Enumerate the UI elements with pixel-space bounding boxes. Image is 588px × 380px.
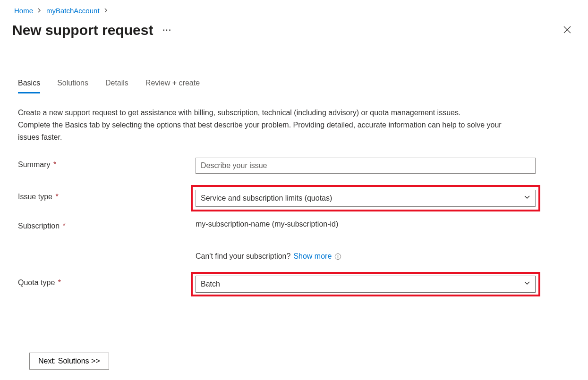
breadcrumb-account[interactable]: myBatchAccount: [46, 7, 100, 15]
quota-type-highlight: Batch: [191, 272, 540, 296]
breadcrumb-home[interactable]: Home: [14, 7, 33, 15]
quota-type-select[interactable]: Batch: [196, 276, 536, 293]
breadcrumb: Home myBatchAccount: [0, 0, 588, 18]
subscription-help-text: Can't find your subscription?: [196, 252, 290, 261]
issue-type-label: Issue type *: [18, 185, 196, 201]
tabs: Basics Solutions Details Review + create: [0, 38, 588, 93]
issue-type-highlight: Service and subscription limits (quotas): [191, 185, 540, 211]
quota-type-row: Quota type * Batch: [18, 272, 570, 296]
svg-rect-2: [338, 256, 338, 258]
summary-row: Summary *: [18, 158, 570, 174]
chevron-down-icon: [524, 280, 530, 288]
description-line1: Create a new support request to get assi…: [18, 109, 460, 117]
close-icon[interactable]: [561, 23, 574, 38]
tab-solutions[interactable]: Solutions: [57, 79, 88, 93]
description-line2: Complete the Basics tab by selecting the…: [18, 121, 502, 141]
next-solutions-button[interactable]: Next: Solutions >>: [29, 353, 109, 370]
tab-review-create[interactable]: Review + create: [145, 79, 200, 93]
tab-basics[interactable]: Basics: [18, 79, 40, 93]
tab-details[interactable]: Details: [105, 79, 128, 93]
form: Summary * Issue type * Service and subsc…: [0, 144, 588, 296]
quota-type-label: Quota type *: [18, 272, 196, 287]
subscription-help: Can't find your subscription? Show more: [196, 252, 536, 261]
description-text: Create a new support request to get assi…: [0, 93, 538, 144]
quota-type-value: Batch: [201, 280, 220, 288]
issue-type-row: Issue type * Service and subscription li…: [18, 185, 570, 211]
summary-input[interactable]: [196, 158, 536, 174]
chevron-right-icon: [38, 7, 42, 14]
page-title-text: New support request: [12, 22, 153, 38]
subscription-label: Subscription *: [18, 219, 196, 230]
footer: Next: Solutions >>: [0, 342, 588, 380]
subscription-row: Subscription * my-subscription-name (my-…: [18, 219, 570, 261]
issue-type-select[interactable]: Service and subscription limits (quotas): [196, 190, 536, 207]
chevron-down-icon: [524, 194, 530, 203]
show-more-link[interactable]: Show more: [293, 252, 332, 261]
summary-label: Summary *: [18, 158, 196, 169]
svg-point-1: [338, 254, 339, 255]
more-icon[interactable]: ···: [162, 26, 171, 34]
issue-type-value: Service and subscription limits (quotas): [201, 194, 332, 203]
page-header: New support request ···: [0, 18, 588, 38]
subscription-value: my-subscription-name (my-subscription-id…: [196, 219, 536, 228]
info-icon[interactable]: [334, 253, 341, 260]
page-title: New support request ···: [12, 22, 172, 38]
chevron-right-icon: [104, 7, 108, 14]
